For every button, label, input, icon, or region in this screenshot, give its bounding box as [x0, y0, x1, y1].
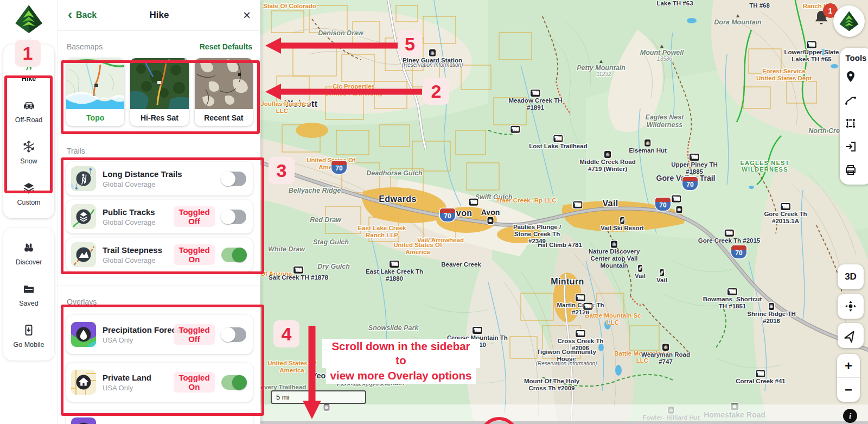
peak-marker-icon: ▲ [598, 59, 604, 64]
map-label: TH [573, 201, 582, 208]
trail-steepness-toggle[interactable] [221, 248, 246, 262]
scale-label: 5 mi [276, 393, 290, 401]
compass-button[interactable] [838, 323, 864, 348]
layer-card-text: Precipitation Forecast USA Only [103, 325, 167, 344]
sidebar-item-go-mobile[interactable]: Go Mobile [3, 315, 54, 356]
map-label: Forest Service United States Dept [752, 68, 816, 82]
toggle-knob [221, 210, 235, 224]
account-logo-button[interactable] [833, 5, 865, 37]
layer-card-cell-coverage[interactable]: Cell Coverage [66, 410, 253, 424]
long-distance-trails-icon [71, 166, 96, 191]
amen-marker-icon: ≡ [769, 303, 775, 310]
map-label: THCorral Creek #41 [736, 370, 785, 385]
binoculars-icon [22, 241, 36, 255]
layer-card-precipitation-forecast[interactable]: Precipitation Forecast USA Only Toggled … [66, 315, 253, 354]
cell-coverage-icon [71, 417, 96, 424]
hut-marker-icon: ⌂ [429, 49, 435, 56]
map-label: Cjc Properties Limited Partnership [322, 83, 386, 97]
layer-subtitle: Global Coverage [103, 180, 215, 188]
layer-card-trail-steepness[interactable]: Trail Steepness Global Coverage Toggled … [66, 238, 253, 271]
sidebar-item-custom[interactable]: Custom [3, 173, 54, 214]
map-label: Vail [602, 199, 618, 208]
long-distance-trails-toggle[interactable] [221, 172, 246, 186]
th-marker-icon: TH [583, 303, 592, 310]
basemap-row: Topo Hi-Res Sat [66, 58, 253, 126]
layer-card-private-land[interactable]: Private Land USA Only Toggled On [66, 363, 253, 402]
import-data-tool[interactable] [840, 135, 868, 158]
map-label: ▲New York Mountain [342, 374, 404, 387]
trails-label: Trails [67, 147, 85, 155]
map-label: G Jouflas Ranches LLC [260, 100, 314, 115]
th-marker-icon: TH [531, 90, 540, 97]
import-icon [844, 140, 857, 153]
sidebar-item-label: Off-Road [15, 116, 43, 124]
secondary-nav: Discover Saved Go Mobile [3, 228, 54, 360]
map-3d-button[interactable]: 3D [838, 264, 864, 289]
zoom-in-button[interactable]: + [837, 354, 860, 378]
map-label: Avon [481, 208, 500, 217]
map-label: Deadhorse Gulch [366, 170, 423, 178]
map-label: ∕Vail [635, 265, 646, 280]
layer-subtitle: Global Coverage [103, 218, 167, 226]
basemap-card-topo[interactable]: Topo [66, 58, 124, 126]
map-label: THUpper Piney TH #1885 [662, 154, 726, 175]
close-icon[interactable]: × [243, 9, 251, 22]
map-label: TH #68 [749, 2, 770, 9]
annotation-toggled-on: Toggled On [174, 244, 215, 265]
map-label: Stag Gulch [313, 239, 349, 246]
hiker-icon [22, 57, 36, 71]
ski-marker-icon: ∕ [638, 265, 642, 272]
sidebar-item-hike[interactable]: Hike [3, 49, 54, 90]
basemap-card-recent-sat[interactable]: Recent Sat [195, 58, 253, 126]
map-label: (Reservation Information) [536, 360, 597, 366]
snowflake-icon [22, 140, 36, 154]
reset-defaults-link[interactable]: Reset Defaults [200, 42, 252, 51]
layer-card-long-distance-trails[interactable]: Long Distance Trails Global Coverage [66, 162, 253, 195]
notification-bell[interactable]: 1 [813, 9, 831, 28]
peak-marker-icon: ▲ [371, 374, 376, 379]
map-label: ≡ [676, 206, 682, 213]
th-marker-icon: TH [576, 294, 585, 301]
sidebar-item-off-road[interactable]: Off-Road [3, 90, 54, 131]
public-tracks-toggle[interactable] [221, 210, 246, 224]
map-label: Beaver Creek [441, 261, 481, 268]
interstate-70-shield-icon: 70 [440, 208, 455, 222]
basemaps-section-header: Basemaps Reset Defaults [67, 42, 252, 51]
precipitation-forecast-toggle[interactable] [221, 327, 246, 342]
gaia-logo[interactable] [14, 4, 43, 34]
add-waypoint-tool[interactable] [840, 65, 868, 88]
map-canvas[interactable]: WolcottEdwardsAvonAvonVailMinturnDenison… [260, 0, 868, 424]
th-marker-icon: TH [573, 201, 582, 208]
interstate-70-shield-icon: 70 [655, 198, 671, 211]
layer-card-public-tracks[interactable]: Public Tracks Global Coverage Toggled Of… [66, 200, 253, 233]
sidebar-item-saved[interactable]: Saved [3, 274, 54, 315]
map-pan-button[interactable] [838, 294, 864, 319]
app-rail: Hike Off-Road Snow Custom [0, 0, 58, 424]
print-map-tool[interactable] [840, 158, 868, 181]
map-attribution-bar [260, 404, 868, 421]
create-route-tool[interactable] [840, 88, 868, 111]
toggle-knob [221, 327, 235, 342]
overlays-section-header: Overlays [67, 298, 252, 306]
back-button[interactable]: ‹ Back [68, 10, 97, 21]
navigation-arrow-icon [844, 329, 858, 343]
layer-title: Public Tracks [103, 207, 167, 217]
map-label: White Draw [268, 246, 305, 254]
layer-card-text: Trail Steepness Global Coverage [103, 245, 167, 264]
layer-card-text: Public Tracks Global Coverage [103, 207, 167, 226]
th-marker-icon: TH [510, 126, 520, 133]
sidebar-item-discover[interactable]: Discover [3, 232, 54, 274]
sidebar-item-snow[interactable]: Snow [3, 131, 54, 173]
basemap-card-hires-sat[interactable]: Hi-Res Sat [130, 58, 188, 126]
info-button[interactable]: i [843, 409, 857, 423]
hires-sat-thumbnail [130, 58, 188, 109]
map-label: EAGLES NEST WILDERNESS [722, 160, 808, 173]
panel-body: Basemaps Reset Defaults Topo [58, 42, 260, 424]
hut-marker-icon: ⌂ [611, 241, 617, 248]
zoom-out-button[interactable]: − [837, 378, 860, 402]
draw-area-tool[interactable] [840, 111, 868, 135]
panel-header: ‹ Back Hike × [58, 0, 260, 31]
hut-marker-icon: ⌂ [604, 151, 610, 158]
private-land-toggle[interactable] [221, 375, 246, 390]
layer-subtitle: USA Only [103, 336, 167, 344]
